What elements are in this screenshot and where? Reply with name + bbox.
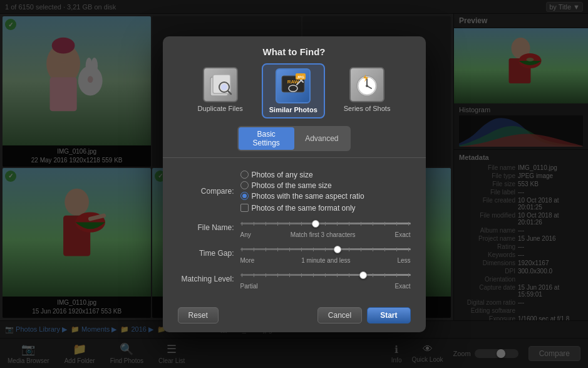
tab-advanced[interactable]: Advanced	[294, 127, 350, 150]
radio-any-size-label: Photos of any size	[252, 171, 313, 179]
compare-row: Compare: Photos of any size Photos of th…	[178, 171, 411, 213]
svg-point-44	[366, 85, 368, 87]
radio-any-size-circle	[240, 171, 249, 179]
time-gap-labels: More 1 minute and less Less	[240, 257, 411, 264]
cancel-button[interactable]: Cancel	[317, 307, 362, 323]
file-name-ticks	[240, 222, 411, 226]
time-gap-label: Time Gap:	[178, 249, 240, 258]
series-icon	[349, 67, 384, 102]
similar-label: Similar Photos	[269, 106, 317, 113]
compare-label: Compare:	[178, 187, 240, 196]
tab-basic[interactable]: Basic Settings	[239, 127, 294, 150]
time-gap-right: Less	[397, 257, 410, 264]
duplicate-label: Duplicate Files	[198, 105, 243, 112]
radio-same-size-circle	[240, 181, 249, 189]
svg-point-31	[221, 84, 227, 90]
matching-ticks	[240, 273, 411, 277]
modal-bottom-padding	[163, 323, 426, 332]
tab-bar: Basic Settings Advanced	[237, 126, 351, 151]
option-icons: Duplicate Files RAW JPG	[163, 63, 426, 126]
similar-icon: RAW JPG	[276, 68, 311, 103]
reset-button[interactable]: Reset	[178, 307, 219, 323]
file-name-slider-container	[240, 218, 411, 230]
checkbox-same-format[interactable]: Photos of the same format only	[240, 204, 364, 213]
matching-track	[240, 274, 411, 276]
file-name-right: Exact	[395, 231, 410, 238]
file-name-mid: Match first 3 characters	[291, 231, 356, 238]
file-name-left: Any	[240, 231, 251, 238]
radio-any-size[interactable]: Photos of any size	[240, 171, 364, 179]
start-button[interactable]: Start	[367, 307, 410, 323]
tab-bar-container: Basic Settings Advanced	[200, 126, 388, 151]
time-gap-slider-section: More 1 minute and less Less	[240, 243, 411, 264]
matching-slider-container	[240, 269, 411, 281]
modal-overlay: What to Find? Duplicate Files	[0, 0, 588, 368]
radio-same-aspect-circle	[240, 192, 249, 200]
file-name-thumb[interactable]	[312, 220, 319, 228]
time-gap-left: More	[240, 257, 255, 264]
radio-same-aspect-inner	[242, 194, 247, 198]
matching-right: Exact	[395, 283, 410, 290]
file-name-slider-section: Any Match first 3 characters Exact	[240, 218, 411, 238]
file-name-label: File Name:	[178, 223, 240, 232]
matching-row: Matching Level: Partial Exact	[178, 269, 411, 290]
radio-same-size-label: Photos of the same size	[252, 181, 332, 190]
series-label: Series of Shots	[344, 105, 391, 112]
file-name-track	[240, 223, 411, 224]
modal-buttons: Reset Cancel Start	[163, 305, 426, 323]
checkbox-same-format-label: Photos of the same format only	[252, 204, 356, 213]
matching-left: Partial	[240, 283, 258, 290]
time-gap-track	[240, 248, 411, 250]
modal-content: Compare: Photos of any size Photos of th…	[163, 164, 426, 305]
matching-label: Matching Level:	[178, 275, 240, 283]
radio-same-aspect-label: Photos with the same aspect ratio	[252, 192, 364, 201]
file-name-labels: Any Match first 3 characters Exact	[240, 231, 411, 238]
time-gap-row: Time Gap: More 1 minute and less Les	[178, 243, 411, 264]
time-gap-slider-container	[240, 243, 411, 256]
file-name-row: File Name: Any Match first 3 characters	[178, 218, 411, 238]
time-gap-thumb[interactable]	[334, 246, 341, 253]
option-similar[interactable]: RAW JPG Similar Photos	[262, 63, 325, 118]
svg-text:JPG: JPG	[297, 75, 304, 79]
matching-thumb[interactable]	[359, 271, 367, 279]
radio-group: Photos of any size Photos of the same si…	[240, 171, 364, 213]
radio-same-aspect[interactable]: Photos with the same aspect ratio	[240, 192, 364, 201]
option-duplicate[interactable]: Duplicate Files	[192, 63, 249, 118]
modal-divider	[163, 157, 426, 158]
time-gap-ticks	[240, 248, 411, 251]
modal-title: What to Find?	[163, 36, 426, 63]
btn-group: Cancel Start	[317, 307, 411, 323]
duplicate-icon	[203, 67, 238, 102]
time-gap-mid: 1 minute and less	[301, 257, 350, 264]
radio-same-size[interactable]: Photos of the same size	[240, 181, 364, 190]
modal-dialog: What to Find? Duplicate Files	[163, 36, 426, 332]
matching-slider-section: Partial Exact	[240, 269, 411, 290]
option-series[interactable]: Series of Shots	[338, 63, 397, 118]
matching-labels: Partial Exact	[240, 283, 411, 290]
checkbox-same-format-box	[240, 204, 249, 212]
